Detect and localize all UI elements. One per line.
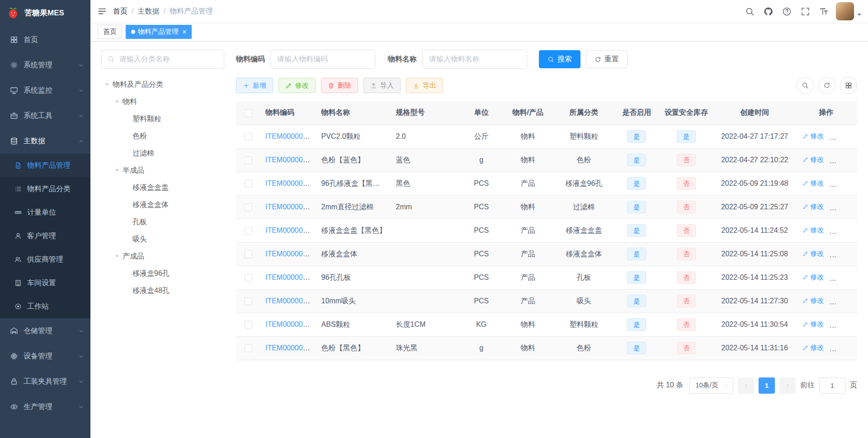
import-button[interactable]: 导入 — [363, 78, 401, 93]
edit-row-link[interactable]: 修改 — [802, 132, 824, 141]
enabled-cell: 是 — [615, 172, 658, 195]
sidebar-item-material-product-category[interactable]: 物料产品分类 — [0, 177, 90, 201]
sidebar-item-system-management[interactable]: 系统管理 — [0, 52, 90, 78]
page-1-button[interactable]: 1 — [759, 377, 775, 394]
row-checkbox[interactable] — [245, 156, 252, 164]
add-button[interactable]: 新增 — [236, 78, 273, 93]
help-icon[interactable] — [782, 7, 792, 16]
sidebar-item-production-management[interactable]: 生产管理 — [0, 394, 90, 419]
tree-node[interactable]: 物料及产品分类 — [101, 76, 224, 93]
row-checkbox[interactable] — [245, 344, 252, 352]
sidebar-item-customer-management[interactable]: 客户管理 — [0, 224, 90, 248]
toggle-columns-button[interactable] — [840, 77, 857, 94]
edit-row-link[interactable]: 修改 — [802, 179, 824, 188]
row-checkbox[interactable] — [245, 297, 252, 305]
tree-node[interactable]: 移液盒盒盖 — [101, 179, 224, 196]
app-logo[interactable]: 苦糖果MES — [0, 0, 90, 25]
select-all-checkbox[interactable] — [245, 109, 252, 117]
refresh-button[interactable] — [818, 77, 835, 94]
font-size-icon[interactable] — [819, 7, 829, 16]
delete-row-label: 删除 — [838, 344, 851, 352]
sidebar-item-material-product-management[interactable]: 物料产品管理 — [0, 154, 90, 177]
edit-button[interactable]: 修改 — [278, 78, 316, 93]
edit-row-link[interactable]: 修改 — [802, 155, 824, 164]
user-menu[interactable] — [836, 2, 862, 20]
item-unit-cell: PCS — [460, 219, 503, 242]
item-code-link[interactable]: ITEM00000052 — [265, 250, 315, 258]
delete-row-label: 删除 — [838, 297, 851, 305]
row-checkbox[interactable] — [245, 203, 252, 211]
tag-home[interactable]: 首页 — [98, 25, 122, 39]
delete-button[interactable]: 删除 — [321, 78, 358, 93]
export-button[interactable]: 导出 — [406, 78, 443, 93]
edit-row-link[interactable]: 修改 — [802, 320, 824, 329]
breadcrumb-item[interactable]: 首页 — [113, 7, 127, 16]
item-code-link[interactable]: ITEM00000053 — [265, 273, 315, 281]
edit-row-link[interactable]: 修改 — [802, 297, 824, 305]
row-checkbox[interactable] — [245, 321, 252, 329]
row-checkbox[interactable] — [245, 274, 252, 282]
sidebar-item-measurement-unit[interactable]: 计量单位 — [0, 201, 90, 224]
fullscreen-icon[interactable] — [801, 7, 810, 16]
tree-node[interactable]: 移液盒96孔 — [101, 265, 224, 282]
tree-node[interactable]: 半成品 — [101, 162, 224, 179]
sidebar-item-workstation[interactable]: 工作站 — [0, 295, 90, 318]
goto-page-input[interactable] — [819, 377, 845, 394]
next-page-button[interactable] — [779, 377, 796, 394]
total-count: 共 10 条 — [656, 381, 683, 390]
item-code-link[interactable]: ITEM00000055 — [265, 320, 315, 328]
row-checkbox[interactable] — [245, 250, 252, 258]
chevron-down-icon — [78, 88, 84, 94]
code-filter-input[interactable] — [270, 50, 375, 69]
name-filter-input[interactable] — [422, 50, 527, 69]
edit-row-link[interactable]: 修改 — [802, 226, 824, 235]
sidebar-item-warehouse-management[interactable]: 仓储管理 — [0, 318, 90, 344]
tree-node[interactable]: 过滤棉 — [101, 145, 224, 162]
sidebar-item-master-data[interactable]: 主数据 — [0, 128, 90, 154]
github-icon[interactable] — [764, 7, 773, 16]
prev-page-button[interactable] — [738, 377, 754, 394]
tree-node[interactable]: 吸头 — [101, 231, 224, 248]
item-code-link[interactable]: ITEM00000041 — [265, 156, 315, 164]
breadcrumb-item[interactable]: 主数据 — [137, 7, 159, 16]
page-size-select[interactable]: 10条/页 — [689, 377, 733, 394]
tree-node[interactable]: 产成品 — [101, 248, 224, 265]
tag-material-product-management[interactable]: 物料产品管理× — [126, 25, 192, 39]
search-button[interactable]: 搜索 — [539, 50, 580, 68]
edit-row-link[interactable]: 修改 — [802, 273, 824, 282]
sidebar-item-home[interactable]: 首页 — [0, 27, 90, 52]
close-icon[interactable]: × — [182, 28, 186, 36]
tree-node[interactable]: 移液盒48孔 — [101, 282, 224, 299]
edit-row-link[interactable]: 修改 — [802, 344, 824, 352]
row-checkbox[interactable] — [245, 180, 252, 188]
item-code-link[interactable]: ITEM00000046 — [265, 179, 315, 187]
header-search-icon[interactable] — [745, 7, 755, 16]
sidebar-item-system-tools[interactable]: 系统工具 — [0, 103, 90, 128]
sidebar-item-equipment-management[interactable]: 设备管理 — [0, 344, 90, 369]
item-code-link[interactable]: ITEM00000049 — [265, 203, 315, 211]
hamburger-icon[interactable] — [98, 7, 107, 16]
category-search-input[interactable] — [118, 55, 218, 64]
tree-node[interactable]: 色粉 — [101, 127, 224, 145]
item-code-link[interactable]: ITEM00000056 — [265, 344, 315, 352]
item-code-link[interactable]: ITEM00000054 — [265, 297, 315, 305]
toggle-search-button[interactable] — [797, 77, 814, 94]
edit-row-link[interactable]: 修改 — [802, 250, 824, 258]
tree-node[interactable]: 移液盒盒体 — [101, 196, 224, 213]
item-code-link[interactable]: ITEM00000051 — [265, 226, 315, 234]
reset-button[interactable]: 重置 — [586, 50, 627, 68]
download-icon — [413, 82, 420, 89]
sidebar-item-workshop-settings[interactable]: 车间设置 — [0, 271, 90, 295]
sidebar-item-system-monitor[interactable]: 系统监控 — [0, 78, 90, 103]
tree-node[interactable]: 物料 — [101, 93, 224, 110]
row-actions-cell: 修改删除 — [795, 125, 857, 148]
row-checkbox[interactable] — [245, 133, 252, 141]
tree-node[interactable]: 塑料颗粒 — [101, 110, 224, 127]
edit-row-link[interactable]: 修改 — [802, 203, 824, 211]
row-checkbox[interactable] — [245, 227, 252, 235]
item-code-link[interactable]: ITEM00000037 — [265, 132, 315, 140]
sidebar-item-supplier-management[interactable]: 供应商管理 — [0, 248, 90, 271]
tree-node[interactable]: 孔板 — [101, 213, 224, 231]
sidebar-item-fixture-management[interactable]: 工装夹具管理 — [0, 369, 90, 394]
user-avatar[interactable] — [836, 2, 854, 20]
